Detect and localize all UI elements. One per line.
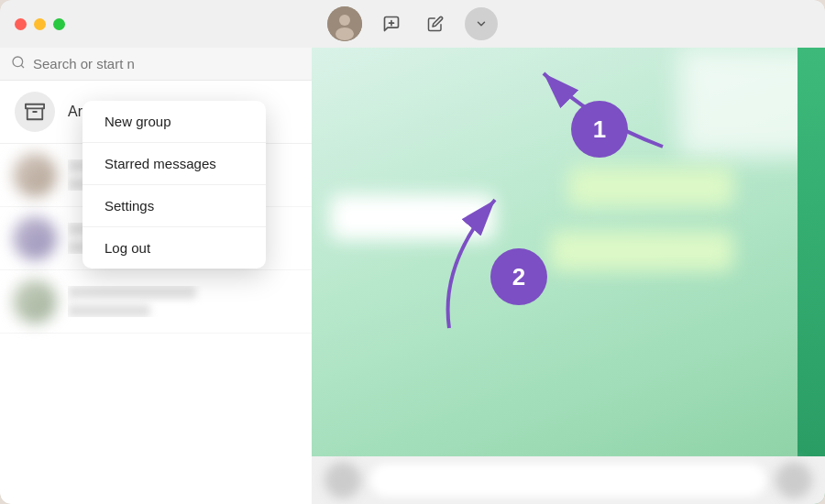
svg-point-2 xyxy=(336,27,354,40)
annotation-2-container: 2 xyxy=(399,331,456,388)
search-input[interactable] xyxy=(33,56,301,71)
msg-bubble xyxy=(568,167,733,207)
fullscreen-button[interactable] xyxy=(53,18,65,30)
title-bar xyxy=(0,0,825,48)
annotation-1-container: 1 xyxy=(681,73,738,130)
traffic-lights xyxy=(15,18,65,30)
avatar xyxy=(13,216,57,260)
close-button[interactable] xyxy=(15,18,27,30)
minimize-button[interactable] xyxy=(34,18,46,30)
svg-rect-7 xyxy=(26,104,44,109)
sidebar: Archived xyxy=(0,48,312,504)
menu-item-logout[interactable]: Log out xyxy=(82,227,266,268)
svg-point-1 xyxy=(339,15,350,26)
svg-line-6 xyxy=(21,65,24,68)
annotation-badge-2: 2 xyxy=(490,248,547,305)
menu-item-settings[interactable]: Settings xyxy=(82,185,266,227)
svg-point-5 xyxy=(13,57,23,67)
chat-messages: 1 2 xyxy=(312,48,825,456)
chat-name xyxy=(68,286,196,299)
avatar[interactable] xyxy=(327,6,362,41)
avatar xyxy=(13,279,57,323)
menu-item-new-group[interactable]: New group xyxy=(82,101,266,143)
chat-item[interactable] xyxy=(0,270,312,334)
send-button-blur xyxy=(776,462,812,499)
search-icon xyxy=(11,55,26,72)
new-chat-button[interactable] xyxy=(377,9,406,38)
app-window: Archived xyxy=(0,0,825,504)
chat-input-bar xyxy=(312,456,825,504)
compose-button[interactable] xyxy=(421,9,450,38)
search-bar xyxy=(0,48,312,81)
archive-icon xyxy=(15,92,55,132)
avatar xyxy=(13,153,57,197)
annotation-badge-1: 1 xyxy=(571,101,628,158)
dropdown-menu: New group Starred messages Settings Log … xyxy=(82,101,266,268)
emoji-button-blur xyxy=(324,462,361,499)
chat-preview xyxy=(68,304,150,317)
more-options-button[interactable] xyxy=(465,7,498,40)
menu-item-starred-messages[interactable]: Starred messages xyxy=(82,143,266,185)
right-panel-strip xyxy=(798,48,825,456)
main-content: Archived xyxy=(0,48,825,504)
msg-bubble xyxy=(550,231,733,271)
title-bar-center xyxy=(327,6,498,41)
chat-info xyxy=(68,286,299,317)
message-input-blur xyxy=(370,464,766,497)
chat-panel: 1 2 xyxy=(312,48,825,504)
